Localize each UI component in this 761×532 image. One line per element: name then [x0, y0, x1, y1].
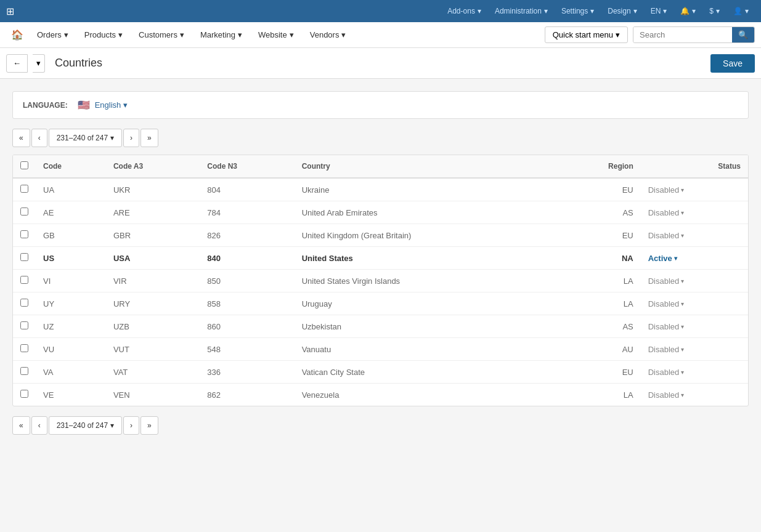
status-badge-2[interactable]: Disabled ▾ — [648, 231, 741, 240]
row-status-6[interactable]: Disabled ▾ — [641, 315, 748, 338]
user-caret: ▾ — [745, 7, 749, 15]
user-menu[interactable]: 👤 ▾ — [727, 0, 755, 22]
grid-icon[interactable]: ⊞ — [6, 6, 14, 17]
row-checkbox-cell-7 — [13, 338, 36, 361]
region-header: Region — [556, 155, 640, 178]
search-input[interactable] — [633, 27, 732, 42]
row-checkbox-7[interactable] — [20, 344, 28, 352]
row-code-a3-9: VEN — [106, 384, 200, 406]
page-range-bottom-caret: ▾ — [110, 421, 114, 430]
row-country-6: Uzbekistan — [295, 315, 557, 338]
quick-start-caret: ▾ — [616, 30, 620, 39]
countries-table: Code Code A3 Code N3 Country Region Stat… — [13, 155, 748, 406]
notifications-menu[interactable]: 🔔 ▾ — [674, 0, 702, 22]
row-code-3: US — [36, 247, 106, 270]
row-code-0: UA — [36, 178, 106, 201]
select-all-checkbox[interactable] — [20, 161, 28, 169]
next-page-button[interactable]: › — [123, 129, 139, 147]
search-button[interactable]: 🔍 — [732, 27, 754, 42]
next-page-button-bottom[interactable]: › — [123, 416, 139, 435]
row-code-a3-3: USA — [106, 247, 200, 270]
row-status-0[interactable]: Disabled ▾ — [641, 178, 748, 201]
row-code-a3-8: VAT — [106, 361, 200, 384]
row-country-0: Ukraine — [295, 178, 557, 201]
language-menu[interactable]: EN ▾ — [645, 0, 674, 22]
home-button[interactable]: 🏠 — [6, 29, 28, 41]
table-row: UY URY 858 Uruguay LA Disabled ▾ — [13, 292, 748, 315]
row-code-6: UZ — [36, 315, 106, 338]
status-badge-7[interactable]: Disabled ▾ — [648, 345, 741, 354]
row-checkbox-5[interactable] — [20, 299, 28, 307]
quick-start-button[interactable]: Quick start menu ▾ — [545, 26, 628, 43]
prev-page-button[interactable]: ‹ — [31, 129, 47, 147]
nav-products[interactable]: Products ▾ — [77, 22, 130, 48]
row-status-8[interactable]: Disabled ▾ — [641, 361, 748, 384]
row-checkbox-3[interactable] — [20, 253, 28, 261]
status-badge-6[interactable]: Disabled ▾ — [648, 322, 741, 331]
page-range-bottom[interactable]: 231–240 of 247 ▾ — [49, 416, 122, 435]
status-badge-4[interactable]: Disabled ▾ — [648, 276, 741, 286]
back-button[interactable]: ← — [6, 54, 28, 73]
row-status-2[interactable]: Disabled ▾ — [641, 224, 748, 247]
status-badge-8[interactable]: Disabled ▾ — [648, 368, 741, 377]
row-checkbox-cell-6 — [13, 315, 36, 338]
page-range[interactable]: 231–240 of 247 ▾ — [49, 129, 122, 147]
row-checkbox-8[interactable] — [20, 367, 28, 375]
first-page-button-bottom[interactable]: « — [12, 416, 30, 435]
page-title: Countries — [55, 57, 102, 70]
row-status-3[interactable]: Active ▾ — [641, 247, 748, 270]
row-checkbox-cell-9 — [13, 384, 36, 406]
back-button-dropdown[interactable]: ▾ — [33, 54, 45, 73]
design-menu[interactable]: Design ▾ — [601, 0, 643, 22]
row-status-4[interactable]: Disabled ▾ — [641, 270, 748, 292]
row-checkbox-0[interactable] — [20, 185, 28, 193]
save-button[interactable]: Save — [710, 54, 755, 73]
row-checkbox-cell-5 — [13, 292, 36, 315]
notifications-caret: ▾ — [692, 7, 696, 15]
addons-menu[interactable]: Add-ons ▾ — [441, 0, 487, 22]
design-caret: ▾ — [633, 7, 637, 15]
language-caret: ▾ — [663, 7, 667, 15]
row-code-n3-7: 548 — [200, 338, 294, 361]
search-box: 🔍 — [633, 26, 755, 43]
row-checkbox-2[interactable] — [20, 230, 28, 238]
status-badge-3[interactable]: Active ▾ — [648, 254, 741, 263]
vendors-caret: ▾ — [341, 30, 346, 39]
row-status-9[interactable]: Disabled ▾ — [641, 384, 748, 406]
status-badge-0[interactable]: Disabled ▾ — [648, 185, 741, 195]
row-status-7[interactable]: Disabled ▾ — [641, 338, 748, 361]
language-selector[interactable]: English ▾ — [95, 100, 128, 110]
row-checkbox-9[interactable] — [20, 390, 28, 398]
status-badge-5[interactable]: Disabled ▾ — [648, 299, 741, 308]
nav-customers[interactable]: Customers ▾ — [131, 22, 192, 48]
nav-orders[interactable]: Orders ▾ — [30, 22, 76, 48]
row-checkbox-1[interactable] — [20, 208, 28, 216]
status-badge-1[interactable]: Disabled ▾ — [648, 208, 741, 217]
settings-caret: ▾ — [590, 7, 594, 15]
row-checkbox-cell-2 — [13, 224, 36, 247]
prev-page-button-bottom[interactable]: ‹ — [31, 416, 47, 435]
row-country-9: Venezuela — [295, 384, 557, 406]
row-status-1[interactable]: Disabled ▾ — [641, 201, 748, 224]
nav-website[interactable]: Website ▾ — [251, 22, 301, 48]
last-page-button-bottom[interactable]: » — [140, 416, 158, 435]
row-code-5: UY — [36, 292, 106, 315]
status-badge-9[interactable]: Disabled ▾ — [648, 390, 741, 400]
nav-vendors[interactable]: Vendors ▾ — [303, 22, 354, 48]
row-checkbox-4[interactable] — [20, 276, 28, 284]
row-status-5[interactable]: Disabled ▾ — [641, 292, 748, 315]
nav-marketing[interactable]: Marketing ▾ — [193, 22, 250, 48]
row-code-a3-2: GBR — [106, 224, 200, 247]
currency-menu[interactable]: $ ▾ — [703, 0, 726, 22]
row-code-1: AE — [36, 201, 106, 224]
first-page-button[interactable]: « — [12, 129, 30, 147]
administration-menu[interactable]: Administration ▾ — [489, 0, 554, 22]
marketing-caret: ▾ — [238, 30, 242, 39]
row-checkbox-6[interactable] — [20, 321, 28, 329]
administration-caret: ▾ — [544, 7, 548, 15]
table-row: UZ UZB 860 Uzbekistan AS Disabled ▾ — [13, 315, 748, 338]
settings-menu[interactable]: Settings ▾ — [555, 0, 600, 22]
row-region-8: EU — [556, 361, 640, 384]
nav-right: Quick start menu ▾ 🔍 — [545, 26, 755, 43]
last-page-button[interactable]: » — [140, 129, 158, 147]
